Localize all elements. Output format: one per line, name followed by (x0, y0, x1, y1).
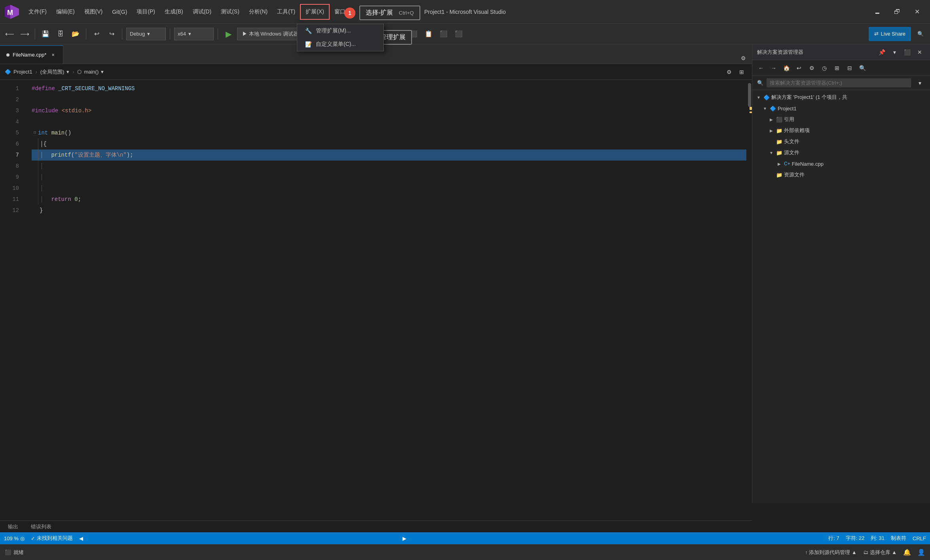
minimize-button[interactable]: 🗕 (868, 4, 886, 20)
toolbar-forward-button[interactable]: ⟶ (18, 28, 31, 40)
se-collapse-all-btn[interactable]: ⊟ (844, 62, 855, 74)
menu-debug[interactable]: 调试(D) (188, 4, 216, 20)
code-line-3: #include <stdio.h> (32, 105, 746, 116)
platform-select[interactable]: x64 ▾ (174, 28, 214, 40)
run-button[interactable]: ▶ (222, 28, 235, 40)
se-home-btn[interactable]: 🏠 (781, 62, 792, 74)
status-right: 行: 7 字符: 22 列: 31 制表符 CRLF (828, 535, 926, 542)
nav-arrow-right[interactable]: ▶ (402, 535, 406, 541)
menu-edit[interactable]: 编辑(E) (51, 4, 80, 20)
se-search-input[interactable] (767, 78, 911, 87)
tree-item-resources[interactable]: ▶ 📁 资源文件 (752, 169, 930, 180)
zoom-status[interactable]: 109 % ◎ (4, 535, 25, 541)
tab-filename-label: FileName.cpp* (13, 52, 46, 58)
menu-file[interactable]: 文件(F) (24, 4, 51, 20)
tab-settings-button[interactable]: ⚙ (738, 53, 749, 64)
se-maximize-btn[interactable]: ⬛ (902, 47, 913, 58)
code-line-10: │ (32, 183, 746, 194)
customize-menu-item[interactable]: 📝 自定义菜单(C)... (297, 38, 383, 51)
toolbar-sep-1 (35, 28, 35, 40)
breadcrumb-scope[interactable]: (全局范围) ▾ (40, 68, 70, 76)
menu-tools[interactable]: 工具(T) (272, 4, 300, 20)
search-toolbar-icon[interactable]: 🔍 (914, 28, 927, 40)
code-content[interactable]: #define _CRT_SECURE_NO_WARNINGS #include… (25, 80, 746, 503)
toolbar-undo-button[interactable]: ↩ (90, 28, 103, 40)
menu-project[interactable]: 项目(P) (132, 4, 160, 20)
tree-item-source[interactable]: ▼ 📁 源文件 (752, 147, 930, 158)
debug-config-arrow: ▾ (147, 31, 150, 37)
se-search-options-btn[interactable]: ▾ (914, 78, 925, 89)
toolbar-btn-15[interactable]: ⬛ (437, 28, 450, 40)
select-repo-btn[interactable]: 🗂 选择仓库 ▲ (863, 549, 897, 556)
toolbar-save-button[interactable]: 💾 (39, 28, 52, 40)
restore-button[interactable]: 🗗 (888, 4, 906, 20)
code-line-6: │ { (32, 138, 746, 149)
toolbar-save-all-button[interactable]: 🗄 (54, 28, 67, 40)
menu-analyze[interactable]: 分析(N) (244, 4, 272, 20)
code-line-12: } (32, 205, 746, 216)
status-col: 列: 31 (871, 535, 884, 542)
notification-icon[interactable]: 🔔 (903, 549, 911, 556)
se-expand-all-btn[interactable]: ⊞ (831, 62, 843, 74)
tree-item-headers[interactable]: ▶ 📁 头文件 (752, 136, 930, 147)
toolbar-back-button[interactable]: ⟵ (3, 28, 16, 40)
tree-item-filename-cpp[interactable]: ▶ C+ FileName.cpp (752, 158, 930, 169)
breadcrumb-settings-btn[interactable]: ⚙ (723, 66, 735, 78)
breadcrumb-sep-2: › (72, 69, 74, 75)
se-settings2-btn[interactable]: ⚙ (806, 62, 817, 74)
tree-extdeps-label: 外部依赖项 (784, 127, 810, 134)
project-label: Project1 (778, 106, 797, 112)
no-issues-status: ✓ 未找到相关问题 (31, 535, 73, 542)
debug-config-label: Debug (130, 31, 145, 37)
toolbar-redo-button[interactable]: ↪ (105, 28, 118, 40)
breadcrumb-function[interactable]: ⬡ main() ▾ (77, 69, 104, 75)
bottom-panel: 输出 错误列表 (0, 520, 752, 532)
status-eol: CRLF (913, 535, 926, 541)
se-sync-btn[interactable]: ↩ (793, 62, 805, 74)
nav-arrow-left[interactable]: ◀ (79, 535, 83, 541)
add-to-source-btn[interactable]: ↑ 添加到源代码管理 ▲ (805, 549, 857, 556)
error-list-tab[interactable]: 错误列表 (28, 522, 55, 532)
output-tab[interactable]: 输出 (5, 522, 21, 532)
se-forward-btn[interactable]: → (768, 62, 779, 74)
tree-item-references[interactable]: ▶ ⬛ 引用 (752, 114, 930, 125)
breadcrumb-function-label: main() (84, 69, 99, 75)
se-back-btn[interactable]: ← (755, 62, 767, 74)
callout-1-shortcut: Ctrl+Q (399, 10, 414, 16)
editor-scrollbar[interactable] (746, 80, 752, 503)
menu-git[interactable]: Git(G) (107, 4, 132, 20)
tab-close-icon[interactable]: × (49, 51, 57, 59)
se-pin-btn[interactable]: 📌 (876, 47, 887, 58)
code-editor[interactable]: 1 2 3 4 5 6 7 8 9 10 11 12 #define _CRT_… (0, 80, 752, 503)
zoom-icon: ◎ (20, 535, 25, 541)
extdeps-icon: 📁 (776, 128, 782, 134)
menu-build[interactable]: 生成(B) (160, 4, 188, 20)
user-avatar[interactable]: 👤 (917, 549, 925, 556)
se-clock-btn[interactable]: ◷ (819, 62, 830, 74)
code-line-2 (32, 94, 746, 105)
toolbar-open-button[interactable]: 📂 (69, 28, 82, 40)
fold-icon-5[interactable]: ⊟ (32, 127, 38, 138)
se-close-btn[interactable]: ✕ (914, 47, 925, 58)
se-dropdown-btn[interactable]: ▾ (889, 47, 900, 58)
svg-text:M: M (7, 9, 13, 17)
debug-config-select[interactable]: Debug ▾ (126, 28, 166, 40)
se-filter-btn[interactable]: 🔍 (857, 62, 868, 74)
menu-view[interactable]: 视图(V) (80, 4, 108, 20)
editor-tab-filename[interactable]: FileName.cpp* × (0, 45, 63, 64)
toolbar-btn-14[interactable]: 📋 (422, 28, 435, 40)
liveshare-button[interactable]: ⇄ Live Share (869, 27, 911, 41)
breadcrumb-project: 🔷 Project1 (5, 69, 32, 75)
solution-icon: 🔷 (763, 95, 770, 100)
tree-solution[interactable]: ▼ 🔷 解决方案 'Project1' (1 个项目，共 (752, 92, 930, 103)
toolbar-btn-16[interactable]: ⬛ (452, 28, 465, 40)
tree-item-external-deps[interactable]: ▶ 📁 外部依赖项 (752, 125, 930, 136)
menu-extensions[interactable]: 扩展(X) (300, 4, 330, 20)
tree-project[interactable]: ▼ 🔷 Project1 (752, 103, 930, 114)
scrollbar-thumb[interactable] (748, 83, 751, 107)
status-tab: 制表符 (891, 535, 906, 542)
breadcrumb-split-btn[interactable]: ⊞ (736, 66, 747, 78)
close-button[interactable]: ✕ (908, 4, 926, 20)
manage-extensions-item[interactable]: 🔧 管理扩展(M)... (297, 24, 383, 38)
menu-test[interactable]: 测试(S) (216, 4, 244, 20)
